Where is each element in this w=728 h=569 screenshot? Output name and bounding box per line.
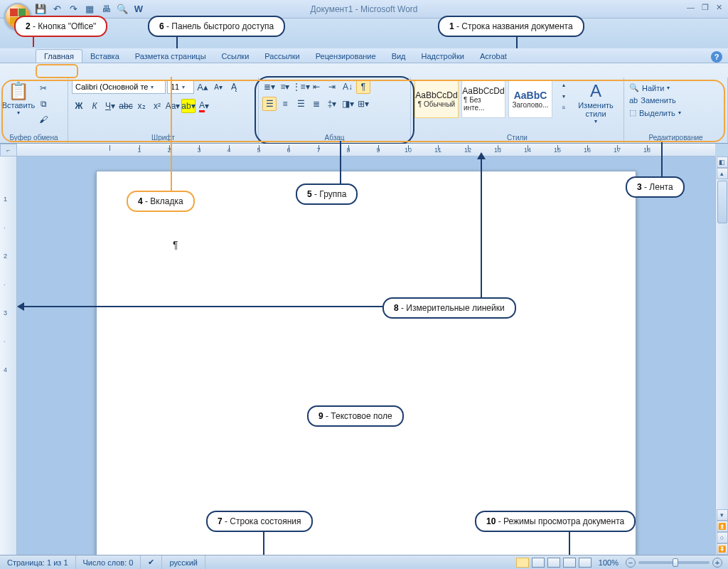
styles-row-down[interactable]: ▾ [557,91,571,101]
borders-button[interactable]: ⊞▾ [356,97,370,111]
indent-dec-button[interactable]: ⇤ [309,80,323,94]
scroll-down[interactable]: ▾ [717,509,728,521]
align-right-button[interactable]: ☰ [294,97,308,111]
status-proofing[interactable]: ✔ [141,555,162,569]
find-button[interactable]: 🔍Найти▾ [628,83,671,93]
font-color-button[interactable]: A▾ [197,99,211,113]
underline-button[interactable]: Ч▾ [103,99,117,113]
shrink-font-icon[interactable]: A▾ [211,80,225,94]
tab-addins[interactable]: Надстройки [414,50,472,63]
paste-button[interactable]: 📋 Вставить ▾ [4,80,33,116]
grow-font-icon[interactable]: A▴ [196,80,210,94]
prev-page[interactable]: ⏫ [717,521,728,532]
tab-references[interactable]: Ссылки [214,50,257,63]
next-page[interactable]: ⏬ [717,543,728,555]
redo-icon[interactable]: ↷ [67,3,80,16]
sort-button[interactable]: A↓ [341,80,355,94]
align-left-button[interactable]: ☰ [262,97,277,111]
ruler-toggle[interactable]: ◧ [717,156,728,168]
justify-button[interactable]: ≣ [309,97,323,111]
select-button[interactable]: ⬚Выделить▾ [628,107,682,118]
ruler-corner[interactable]: ⌐ [0,144,17,156]
view-web[interactable] [547,558,560,568]
window-title: Документ1 - Microsoft Word [310,4,417,14]
style-heading1[interactable]: AaBbCЗаголово... [508,80,552,118]
show-marks-button[interactable]: ¶ [356,80,370,94]
page[interactable]: ¶ [96,171,636,555]
view-print-layout[interactable] [516,558,529,568]
view-outline[interactable] [563,558,576,568]
styles-row-up[interactable]: ▴ [557,80,571,90]
tab-home[interactable]: Главная [36,49,82,63]
replace-icon: ab [629,96,638,105]
tab-insert[interactable]: Вставка [82,50,127,63]
scroll-thumb[interactable] [717,181,727,223]
maximize-button[interactable]: ❐ [702,3,709,12]
align-center-button[interactable]: ≡ [278,97,292,111]
tab-mailings[interactable]: Рассылки [257,50,307,63]
scroll-up[interactable]: ▴ [717,168,728,179]
tab-review[interactable]: Рецензирование [308,50,384,63]
status-words[interactable]: Число слов: 0 [76,555,141,569]
horizontal-ruler[interactable]: 123456789101112131415161718 [17,144,715,156]
font-name-combo[interactable]: Calibri (Основной те▾ [72,80,166,94]
zoom-slider[interactable] [638,561,710,564]
view-fullscreen[interactable] [532,558,545,568]
replace-button[interactable]: abЗаменить [628,95,678,105]
zoom-out[interactable]: − [626,558,636,568]
vertical-scrollbar[interactable]: ◧ ▴ ▾ ⏫ ○ ⏬ [715,156,728,555]
cut-icon[interactable]: ✂ [36,81,50,95]
group-label-styles: Стили [414,132,620,143]
highlight-button[interactable]: ab▾ [181,99,196,113]
style-normal[interactable]: AaBbCcDd¶ Обычный [414,80,459,118]
bold-button[interactable]: Ж [72,99,86,113]
group-editing: 🔍Найти▾ abЗаменить ⬚Выделить▾ Редактиров… [624,78,728,143]
zoom-value[interactable]: 100% [599,558,619,567]
vertical-ruler[interactable]: 1· 2· 3· 4 [0,156,17,555]
minimize-button[interactable]: — [687,3,695,12]
multilevel-button[interactable]: ⋮≡▾ [294,80,308,94]
copy-icon[interactable]: ⧉ [36,97,50,111]
italic-button[interactable]: К [87,99,102,113]
group-clipboard: 📋 Вставить ▾ ✂ ⧉ 🖌 Буфер обмена [0,78,68,143]
help-button[interactable]: ? [711,51,722,63]
quickprint-icon[interactable]: 🖶 [100,3,112,16]
bullets-button[interactable]: ≣▾ [262,80,277,94]
superscript-button[interactable]: x² [150,99,164,113]
indent-inc-button[interactable]: ⇥ [325,80,339,94]
word-icon[interactable]: W [132,3,145,16]
browse-object[interactable]: ○ [717,532,728,543]
document-viewport[interactable]: ¶ [17,156,715,555]
clear-format-icon[interactable]: Ą [227,80,241,94]
group-label-clipboard: Буфер обмена [4,132,64,143]
view-draft[interactable] [579,558,592,568]
save-icon[interactable]: 💾 [34,3,47,16]
change-styles-icon: A [590,81,601,101]
callout-7: 7 - Строка состояния [206,511,313,532]
window-controls: — ❐ ✕ [687,3,722,12]
change-case-button[interactable]: Aa▾ [166,99,180,113]
callout-3: 3 - Лента [626,176,685,198]
tab-pagelayout[interactable]: Разметка страницы [127,50,214,63]
preview-icon[interactable]: 🔍 [116,3,129,16]
close-button[interactable]: ✕ [716,3,722,12]
format-painter-icon[interactable]: 🖌 [36,112,50,127]
status-page[interactable]: Страница: 1 из 1 [0,555,76,569]
table-icon[interactable]: ▦ [83,3,96,16]
shading-button[interactable]: ◨▾ [341,97,355,111]
callout-5: 5 - Группа [296,184,358,205]
undo-icon[interactable]: ↶ [50,3,63,16]
strike-button[interactable]: abc [119,99,133,113]
styles-more[interactable]: ≡ [557,102,571,112]
numbering-button[interactable]: ≡▾ [278,80,292,94]
change-styles-button[interactable]: A Изменить стили ▾ [575,80,616,124]
callout-4: 4 - Вкладка [127,191,195,212]
line-spacing-button[interactable]: ‡▾ [325,97,339,111]
tab-view[interactable]: Вид [384,50,414,63]
subscript-button[interactable]: x₂ [134,99,149,113]
zoom-in[interactable]: + [712,558,722,568]
tab-acrobat[interactable]: Acrobat [472,50,515,63]
style-nospacing[interactable]: AaBbCcDd¶ Без инте... [461,80,505,118]
group-font: Calibri (Основной те▾ 11▾ A▴ A▾ Ą Ж К Ч▾… [68,78,259,143]
status-language[interactable]: русский [162,555,205,569]
